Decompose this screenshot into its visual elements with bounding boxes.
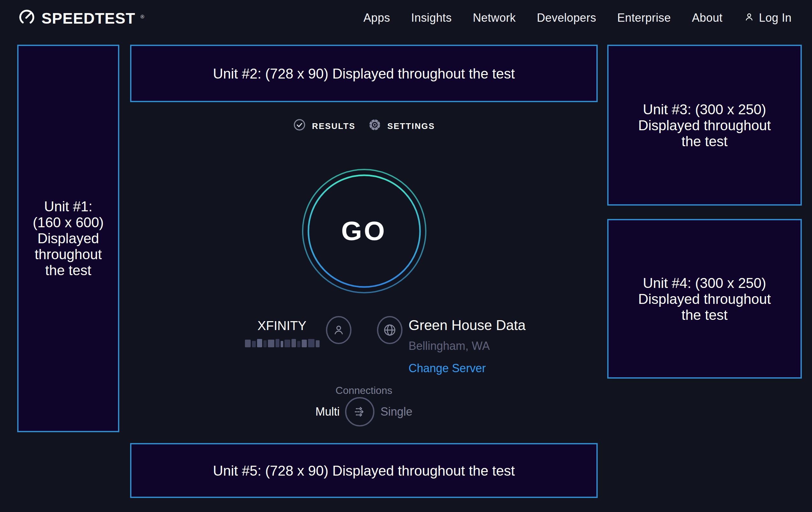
isp-person-icon [326,316,351,344]
server-globe-icon [377,316,402,344]
connections-multi-label[interactable]: Multi [315,405,340,419]
nav-insights[interactable]: Insights [411,11,452,25]
tab-settings[interactable]: SETTINGS [368,118,435,133]
ad-unit-2-text: Unit #2: (728 x 90) Displayed throughout… [213,65,515,81]
tab-bar: RESULTS SETTINGS [130,118,598,133]
gear-icon [368,118,382,133]
speedtest-logo[interactable]: SPEEDTEST ® [17,7,144,29]
blurred-ip [244,339,319,347]
server-name: Green House Data [409,317,526,334]
ad-unit-1-text: Unit #1: (160 x 600) Displayed throughou… [33,198,104,278]
ad-unit-5-text: Unit #5: (728 x 90) Displayed throughout… [213,462,515,479]
ad-unit-3-text: Unit #3: (300 x 250) Displayed throughou… [638,101,771,149]
speedtest-page: SPEEDTEST ® Apps Insights Network Develo… [0,0,812,512]
isp-name: XFINITY [257,319,306,333]
connections-single-label[interactable]: Single [380,405,412,419]
ad-unit-1: Unit #1: (160 x 600) Displayed throughou… [17,45,119,432]
speedometer-icon [17,7,36,29]
isp-block: XFINITY [244,319,319,347]
ad-unit-5: Unit #5: (728 x 90) Displayed throughout… [130,443,598,498]
trademark: ® [140,14,144,20]
user-icon [744,11,755,25]
ad-unit-4-text: Unit #4: (300 x 250) Displayed throughou… [638,275,771,323]
ad-unit-2: Unit #2: (728 x 90) Displayed throughout… [130,45,598,102]
server-location: Bellingham, WA [409,340,526,353]
nav-apps[interactable]: Apps [363,11,390,25]
ad-unit-3: Unit #3: (300 x 250) Displayed throughou… [607,45,802,206]
nav-about[interactable]: About [692,11,722,25]
change-server-link[interactable]: Change Server [409,362,486,375]
navbar: SPEEDTEST ® Apps Insights Network Develo… [0,0,812,36]
go-label: GO [301,168,427,294]
logo-text: SPEEDTEST [41,9,135,27]
connection-mode-toggle[interactable] [345,397,375,427]
nav-network[interactable]: Network [473,11,516,25]
host-row: XFINITY [130,316,598,375]
connections-toggle-row: Multi Single [130,397,598,427]
nav-developers[interactable]: Developers [537,11,596,25]
server-block: Green House Data Bellingham, WA Change S… [409,317,526,375]
tab-results[interactable]: RESULTS [293,118,355,133]
ad-unit-4: Unit #4: (300 x 250) Displayed throughou… [607,219,802,379]
check-circle-icon [293,118,306,133]
nav-enterprise[interactable]: Enterprise [617,11,671,25]
go-button[interactable]: GO [301,168,427,294]
main-nav: Apps Insights Network Developers Enterpr… [363,11,791,25]
multi-arrows-icon [352,403,368,420]
connections-label: Connections [130,385,598,397]
main-content: Unit #2: (728 x 90) Displayed throughout… [130,45,598,499]
nav-login[interactable]: Log In [744,11,792,25]
